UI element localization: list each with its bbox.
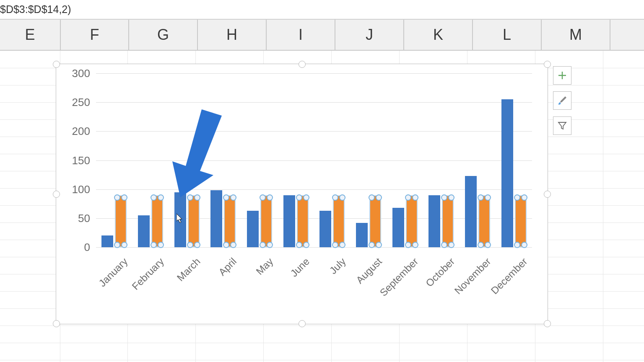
bar-series1[interactable] [283, 195, 295, 248]
worksheet-grid[interactable]: 050100150200250300JanuaryFebruaryMarchAp… [0, 51, 644, 362]
resize-handle[interactable] [53, 320, 60, 327]
series-selection-handle[interactable] [187, 242, 193, 248]
gridline [96, 73, 532, 74]
series-selection-handle[interactable] [412, 194, 418, 201]
series-selection-handle[interactable] [230, 194, 236, 201]
bar-series2[interactable] [478, 195, 490, 248]
series-selection-handle[interactable] [260, 194, 266, 201]
series-selection-handle[interactable] [121, 194, 127, 201]
series-selection-handle[interactable] [412, 242, 418, 248]
series-selection-handle[interactable] [448, 194, 454, 201]
plot-area[interactable]: 050100150200250300JanuaryFebruaryMarchAp… [96, 73, 532, 247]
chart-object[interactable]: 050100150200250300JanuaryFebruaryMarchAp… [56, 64, 548, 324]
resize-handle[interactable] [544, 61, 551, 68]
bar-series1[interactable] [210, 190, 222, 247]
bar-series1[interactable] [501, 99, 513, 247]
series-selection-handle[interactable] [303, 194, 309, 201]
column-header[interactable]: M [542, 20, 610, 50]
x-tick-label: February [130, 256, 166, 292]
y-tick-label: 150 [72, 154, 90, 167]
bar-series1[interactable] [465, 176, 477, 247]
series-selection-handle[interactable] [114, 194, 120, 201]
resize-handle[interactable] [299, 61, 306, 68]
bar-series2[interactable] [260, 195, 272, 248]
bar-series2[interactable] [297, 195, 309, 248]
series-selection-handle[interactable] [332, 194, 338, 201]
series-selection-handle[interactable] [296, 194, 302, 201]
gridline [0, 343, 644, 343]
series-selection-handle[interactable] [187, 194, 193, 201]
series-selection-handle[interactable] [369, 194, 375, 201]
series-selection-handle[interactable] [303, 242, 309, 248]
bar-series1[interactable] [356, 223, 368, 247]
resize-handle[interactable] [299, 320, 306, 327]
x-tick-label: October [423, 256, 457, 289]
series-selection-handle[interactable] [514, 194, 520, 201]
series-selection-handle[interactable] [405, 194, 411, 201]
gridline [96, 102, 532, 103]
gridline [96, 160, 532, 161]
bar-series1[interactable] [101, 235, 113, 247]
bar-series2[interactable] [442, 195, 454, 248]
bar-series2[interactable] [369, 195, 381, 248]
series-selection-handle[interactable] [151, 194, 157, 201]
bar-series1[interactable] [319, 211, 331, 247]
series-selection-handle[interactable] [267, 194, 273, 201]
x-tick-label: June [288, 256, 312, 279]
column-header[interactable]: J [335, 20, 404, 50]
resize-handle[interactable] [544, 191, 551, 198]
resize-handle[interactable] [544, 320, 551, 327]
series-selection-handle[interactable] [485, 242, 491, 248]
series-selection-handle[interactable] [405, 242, 411, 248]
bar-series1[interactable] [138, 215, 150, 247]
bar-series2[interactable] [224, 195, 236, 248]
column-header[interactable]: L [473, 20, 542, 50]
series-selection-handle[interactable] [194, 194, 200, 201]
gridline [0, 360, 644, 360]
bar-series2[interactable] [333, 195, 345, 248]
series-selection-handle[interactable] [296, 242, 302, 248]
series-selection-handle[interactable] [521, 242, 527, 248]
series-selection-handle[interactable] [478, 242, 484, 248]
bar-series2[interactable] [515, 195, 527, 248]
column-header[interactable]: E [0, 20, 61, 50]
series-selection-handle[interactable] [514, 242, 520, 248]
bar-series2[interactable] [406, 195, 418, 248]
resize-handle[interactable] [53, 191, 60, 198]
bar-series2[interactable] [115, 195, 127, 248]
series-selection-handle[interactable] [151, 242, 157, 248]
column-header[interactable]: H [198, 20, 267, 50]
series-selection-handle[interactable] [260, 242, 266, 248]
series-selection-handle[interactable] [339, 194, 345, 201]
chart-elements-button[interactable] [553, 66, 571, 85]
series-selection-handle[interactable] [158, 194, 164, 201]
column-headers[interactable]: EFGHIJKLM [0, 20, 644, 51]
bar-series1[interactable] [247, 211, 259, 247]
bar-series1[interactable] [392, 208, 404, 247]
column-header[interactable]: I [267, 20, 335, 50]
series-selection-handle[interactable] [521, 194, 527, 201]
bar-series1[interactable] [428, 195, 440, 248]
chart-styles-button[interactable] [553, 91, 571, 110]
column-header[interactable]: G [129, 20, 198, 50]
series-selection-handle[interactable] [485, 194, 491, 201]
series-selection-handle[interactable] [376, 242, 382, 248]
series-selection-handle[interactable] [478, 194, 484, 201]
column-header[interactable]: K [404, 20, 473, 50]
series-selection-handle[interactable] [441, 194, 447, 201]
column-header[interactable]: F [61, 20, 129, 50]
bar-series2[interactable] [151, 195, 163, 248]
series-selection-handle[interactable] [194, 242, 200, 248]
bar-series2[interactable] [188, 195, 200, 248]
series-selection-handle[interactable] [223, 194, 229, 201]
plus-icon [558, 71, 567, 80]
chart-filter-button[interactable] [553, 116, 571, 135]
series-selection-handle[interactable] [158, 242, 164, 248]
resize-handle[interactable] [53, 61, 60, 68]
bar-series1[interactable] [174, 192, 186, 247]
series-selection-handle[interactable] [369, 242, 375, 248]
series-selection-handle[interactable] [267, 242, 273, 248]
brush-icon [557, 96, 567, 106]
formula-bar[interactable]: $D$3:$D$14,2) [0, 0, 644, 20]
series-selection-handle[interactable] [376, 194, 382, 201]
